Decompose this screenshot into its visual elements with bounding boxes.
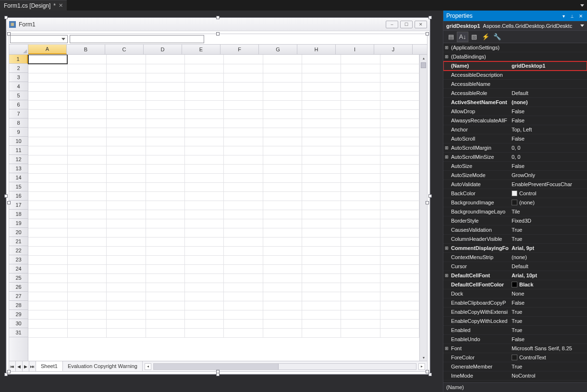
cell[interactable] xyxy=(380,191,419,201)
cell[interactable] xyxy=(224,137,263,146)
property-row[interactable]: AutoSizeModeGrowOnly xyxy=(443,171,587,180)
cell[interactable] xyxy=(341,328,380,337)
cell[interactable] xyxy=(107,82,146,91)
cell[interactable] xyxy=(67,219,106,228)
expand-toggle-icon[interactable]: ⊞ xyxy=(443,54,450,59)
cell[interactable] xyxy=(224,55,263,64)
cell[interactable] xyxy=(263,155,302,164)
cell[interactable] xyxy=(380,73,419,82)
property-row[interactable]: AlwasysRecalculateAllFFalse xyxy=(443,116,587,125)
cell[interactable] xyxy=(184,283,223,292)
row-header[interactable]: 20 xyxy=(9,228,28,237)
cell[interactable] xyxy=(263,210,302,219)
cell[interactable] xyxy=(224,109,263,119)
scroll-up-icon[interactable]: ▴ xyxy=(420,55,427,61)
scroll-right-icon[interactable]: ▸ xyxy=(418,363,425,370)
property-value[interactable]: True xyxy=(510,309,587,315)
cell[interactable] xyxy=(380,128,419,137)
cell[interactable] xyxy=(107,191,146,201)
cell[interactable] xyxy=(380,246,419,255)
column-header[interactable]: D xyxy=(144,45,182,54)
cell[interactable] xyxy=(263,310,302,319)
cell[interactable] xyxy=(302,310,341,319)
cell[interactable] xyxy=(107,283,146,292)
resize-handle[interactable] xyxy=(216,32,220,36)
resize-handle[interactable] xyxy=(428,16,432,19)
row-header[interactable]: 9 xyxy=(9,128,28,137)
cell[interactable] xyxy=(28,128,67,137)
cell[interactable] xyxy=(341,283,380,292)
cell[interactable] xyxy=(224,292,263,301)
cell[interactable] xyxy=(380,310,419,319)
property-row[interactable]: EnabledTrue xyxy=(443,326,587,335)
cell[interactable] xyxy=(263,91,302,100)
window-menu-icon[interactable]: ▾ xyxy=(560,12,567,19)
cell[interactable] xyxy=(67,210,106,219)
cell[interactable] xyxy=(263,137,302,146)
cell[interactable] xyxy=(302,210,341,219)
property-row[interactable]: BackgroundImageLayoTile xyxy=(443,207,587,216)
cell[interactable] xyxy=(263,264,302,273)
cell[interactable] xyxy=(28,310,67,319)
cell[interactable] xyxy=(28,301,67,310)
cell[interactable] xyxy=(184,64,223,73)
cell[interactable] xyxy=(146,182,184,191)
cell[interactable] xyxy=(28,292,67,301)
cell[interactable] xyxy=(263,273,302,283)
property-value[interactable]: None xyxy=(510,291,587,297)
property-value[interactable]: Arial, 10pt xyxy=(510,273,587,278)
resize-handle[interactable] xyxy=(428,194,432,198)
column-header[interactable]: B xyxy=(67,45,105,54)
cell[interactable] xyxy=(107,173,146,182)
expand-toggle-icon[interactable]: ⊞ xyxy=(443,45,450,50)
cell[interactable] xyxy=(302,100,341,109)
cell[interactable] xyxy=(380,255,419,264)
cell[interactable] xyxy=(184,328,223,337)
autohide-pin-icon[interactable]: ⟂ xyxy=(569,12,575,19)
expand-toggle-icon[interactable]: ⊞ xyxy=(443,154,450,159)
row-header[interactable]: 2 xyxy=(9,64,28,73)
cell[interactable] xyxy=(67,164,106,173)
cell[interactable] xyxy=(302,182,341,191)
resize-handle[interactable] xyxy=(4,16,8,19)
property-value[interactable]: Arial, 9pt xyxy=(510,245,587,251)
column-header[interactable]: I xyxy=(336,45,374,54)
cell[interactable] xyxy=(263,255,302,264)
column-header[interactable]: J xyxy=(374,45,413,54)
cell[interactable] xyxy=(28,255,67,264)
cell[interactable] xyxy=(67,82,106,91)
cell[interactable] xyxy=(341,201,380,210)
cell[interactable] xyxy=(224,191,263,201)
cell[interactable] xyxy=(263,100,302,109)
maximize-button[interactable]: ☐ xyxy=(400,21,413,28)
cell[interactable] xyxy=(263,246,302,255)
cell[interactable] xyxy=(380,264,419,273)
cell[interactable] xyxy=(146,283,184,292)
resize-handle[interactable] xyxy=(428,373,432,376)
cell[interactable] xyxy=(224,219,263,228)
cell[interactable] xyxy=(67,137,106,146)
property-row[interactable]: ActiveSheetNameFont(none) xyxy=(443,98,587,107)
cell[interactable] xyxy=(107,137,146,146)
cell[interactable] xyxy=(341,64,380,73)
cell[interactable] xyxy=(67,246,106,255)
expand-toggle-icon[interactable]: ⊞ xyxy=(443,273,450,278)
sheet-nav-next[interactable]: ▶ xyxy=(23,361,29,371)
expand-toggle-icon[interactable]: ⊞ xyxy=(443,145,450,150)
cell[interactable] xyxy=(341,182,380,191)
cell[interactable] xyxy=(67,155,106,164)
property-row[interactable]: AccessibleName xyxy=(443,80,587,89)
scrollbar-thumb[interactable] xyxy=(421,62,426,68)
cell[interactable] xyxy=(67,301,106,310)
cell[interactable] xyxy=(380,237,419,246)
resize-handle[interactable] xyxy=(426,201,429,204)
cell[interactable] xyxy=(224,128,263,137)
property-row[interactable]: ⊞(DataBindings) xyxy=(443,52,587,61)
property-value[interactable]: 0, 0 xyxy=(510,145,587,151)
cell[interactable] xyxy=(67,191,106,201)
row-header[interactable]: 24 xyxy=(9,264,28,273)
cell[interactable] xyxy=(107,328,146,337)
row-header[interactable]: 17 xyxy=(9,201,28,210)
close-tab-icon[interactable]: ✕ xyxy=(59,2,63,9)
resize-handle[interactable] xyxy=(216,373,220,376)
